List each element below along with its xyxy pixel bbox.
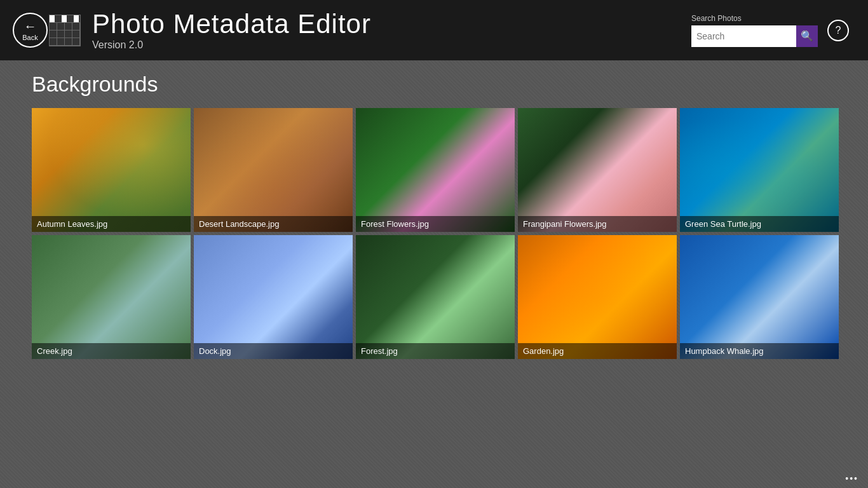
help-button[interactable]: ? [827,20,849,41]
taskbar-dots: ••• [845,473,858,484]
photo-label: Frangipani Flowers.jpg [518,216,677,232]
back-label: Back [22,34,37,41]
header-right: Search Photos 🔍 ? [691,14,849,47]
photo-label: Forest.jpg [356,343,515,359]
photo-label: Humpback Whale.jpg [680,343,839,359]
photo-item[interactable]: Green Sea Turtle.jpg [680,108,839,232]
photo-grid: Autumn Leaves.jpgDesert Landscape.jpgFor… [0,108,868,359]
photo-item[interactable]: Autumn Leaves.jpg [32,108,191,232]
back-arrow-icon: ← [24,20,37,32]
photo-item[interactable]: Desert Landscape.jpg [194,108,353,232]
search-row: 🔍 [691,25,818,47]
photo-label: Green Sea Turtle.jpg [680,216,839,232]
back-button[interactable]: ← Back [13,13,48,48]
app-icon [48,15,83,46]
header: ← Back Photo Metadata Editor Version 2.0… [0,0,868,60]
taskbar: ••• [0,469,868,488]
app-title: Photo Metadata Editor [92,10,691,39]
photo-label: Creek.jpg [32,343,191,359]
search-input[interactable] [691,25,796,47]
app-title-block: Photo Metadata Editor Version 2.0 [92,10,691,50]
photo-item[interactable]: Creek.jpg [32,235,191,359]
search-icon: 🔍 [801,30,813,42]
photo-label: Desert Landscape.jpg [194,216,353,232]
photo-row-2: Creek.jpgDock.jpgForest.jpgGarden.jpgHum… [32,235,836,359]
photo-item[interactable]: Forest Flowers.jpg [356,108,515,232]
photo-item[interactable]: Forest.jpg [356,235,515,359]
photo-row-1: Autumn Leaves.jpgDesert Landscape.jpgFor… [32,108,836,232]
search-label: Search Photos [691,14,742,23]
photo-item[interactable]: Humpback Whale.jpg [680,235,839,359]
photo-label: Autumn Leaves.jpg [32,216,191,232]
app-version: Version 2.0 [92,39,691,51]
help-icon: ? [836,25,841,36]
search-button[interactable]: 🔍 [796,25,818,47]
photo-item[interactable]: Garden.jpg [518,235,677,359]
photo-label: Garden.jpg [518,343,677,359]
photo-label: Forest Flowers.jpg [356,216,515,232]
section-title: Backgrounds [0,60,868,108]
photo-item[interactable]: Frangipani Flowers.jpg [518,108,677,232]
photo-label: Dock.jpg [194,343,353,359]
search-section: Search Photos 🔍 [691,14,818,47]
photo-item[interactable]: Dock.jpg [194,235,353,359]
